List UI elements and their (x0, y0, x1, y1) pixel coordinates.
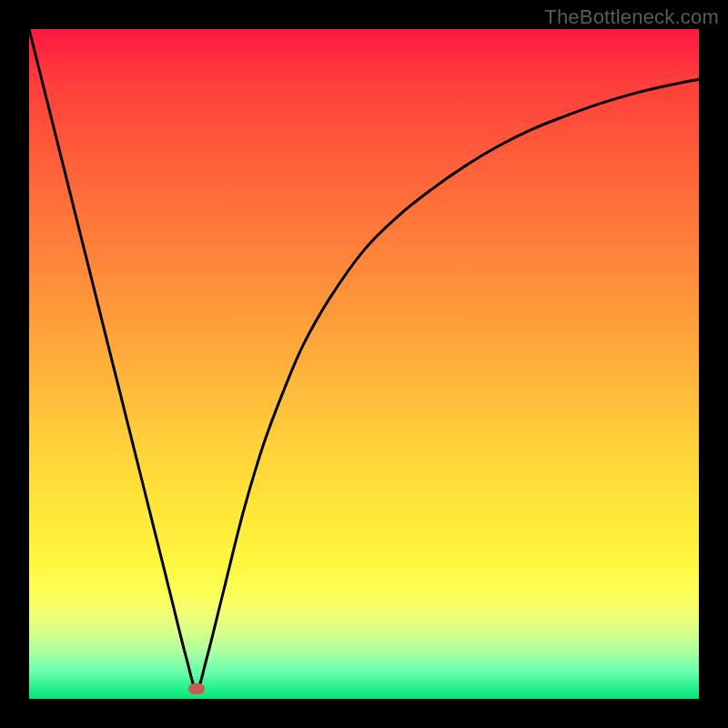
bottleneck-curve (29, 29, 699, 689)
watermark-text: TheBottleneck.com (544, 5, 719, 29)
optimal-point-marker (188, 683, 205, 694)
chart-frame: TheBottleneck.com (0, 0, 728, 728)
curve-svg (29, 29, 699, 699)
plot-area (29, 29, 699, 699)
